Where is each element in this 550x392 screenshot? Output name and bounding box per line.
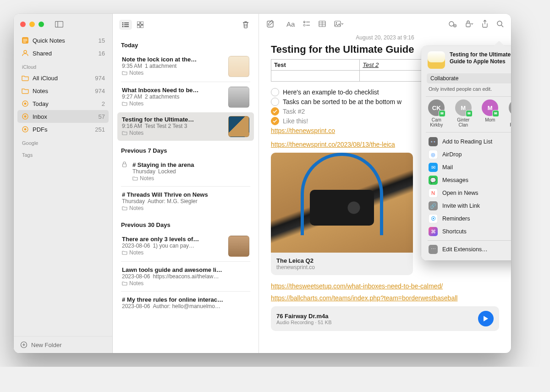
note-link[interactable]: https://thenewsprint.co/2023/08/13/the-l… — [271, 141, 395, 148]
share-popover: Testing for the Ultimate Guide to Apple … — [421, 46, 511, 260]
search-button[interactable] — [496, 20, 504, 28]
person-name: John Froese — [507, 117, 512, 127]
menu-item-label: Shortcuts — [442, 228, 467, 235]
share-menu-item[interactable]: ◎AirDrop — [426, 148, 511, 161]
note-link[interactable]: https://thesweetsetup.com/what-inboxes-n… — [271, 282, 443, 290]
list-group-prev30: Previous 30 Days — [113, 216, 258, 231]
editor-toolbar: Aa — [259, 14, 511, 32]
note-title: What Inboxes Need to be… — [122, 87, 224, 94]
share-menu-item[interactable]: 💬Messages — [426, 174, 511, 187]
avatar: CK✉ — [428, 99, 445, 116]
minimize-window-button[interactable] — [29, 22, 35, 27]
note-title: # Threads Will Thrive on News — [122, 191, 249, 198]
new-folder-button[interactable]: New Folder — [14, 336, 112, 353]
menu-item-label: Add to Reading List — [442, 138, 492, 145]
checkbox[interactable] — [271, 98, 279, 106]
sidebar-item-shared[interactable]: Shared 16 — [17, 47, 109, 60]
share-permission-row[interactable]: Only invited people can edit. › — [426, 85, 511, 96]
share-person[interactable]: M✉Ginter Clan — [454, 99, 473, 127]
sidebar-item-pdfs[interactable]: PDFs 251 — [17, 123, 109, 136]
share-menu-item[interactable]: 👓Add to Reading List — [426, 135, 511, 148]
audio-attachment[interactable]: 76 Fairway Dr.m4a Audio Recording · 51 K… — [271, 306, 499, 331]
share-mode-select[interactable]: Collaborate ⌄ — [427, 73, 511, 83]
menu-item-label: AirDrop — [442, 151, 462, 158]
svg-rect-31 — [306, 22, 310, 22]
share-person[interactable]: M✉Mom — [480, 99, 500, 127]
svg-rect-23 — [141, 22, 143, 24]
more-icon: ⋯ — [429, 245, 438, 254]
sidebar-item-today[interactable]: Today 2 — [17, 97, 109, 110]
messages-badge-icon: ✉ — [492, 110, 499, 117]
notes-list-body[interactable]: Today Note the lock icon at the… 9:35 AM… — [113, 34, 258, 353]
share-button[interactable] — [482, 20, 488, 28]
svg-rect-44 — [466, 23, 470, 27]
svg-rect-24 — [137, 25, 140, 28]
sidebar-item-label: Quick Notes — [33, 37, 95, 44]
checkbox[interactable] — [271, 88, 279, 96]
sidebar-item-count: 15 — [99, 37, 105, 44]
note-title: Lawn tools guide and awesome li… — [122, 266, 249, 273]
svg-point-16 — [122, 22, 124, 24]
note-link[interactable]: https://thenewsprint.co — [271, 127, 335, 134]
svg-rect-33 — [306, 25, 310, 25]
share-menu-item[interactable]: ✉Mail — [426, 161, 511, 174]
checkbox[interactable] — [271, 117, 279, 125]
checkbox[interactable] — [271, 107, 279, 116]
list-toolbar — [113, 14, 258, 34]
format-text-button[interactable]: Aa — [286, 20, 295, 28]
svg-rect-3 — [23, 39, 28, 39]
close-window-button[interactable] — [20, 22, 26, 27]
svg-point-40 — [449, 22, 454, 26]
svg-point-39 — [336, 22, 337, 24]
delete-note-button[interactable] — [239, 20, 252, 30]
app-icon: ✉ — [429, 163, 438, 172]
svg-point-45 — [497, 21, 502, 26]
preview-image — [271, 153, 413, 253]
share-person[interactable]: JF✉John Froese — [507, 99, 512, 127]
note-link[interactable]: https://ballcharts.com/teams/index.php?t… — [271, 294, 457, 302]
folder-icon — [122, 101, 127, 106]
note-item[interactable]: # Staying in the arena Thursday Locked N… — [117, 158, 254, 185]
share-menu-item[interactable]: 🔗Invite with Link — [426, 199, 511, 212]
share-menu-item[interactable]: ⦿Reminders — [426, 212, 511, 225]
compose-button[interactable] — [266, 20, 275, 28]
share-menu-item[interactable]: ⌘Shortcuts — [426, 225, 511, 238]
note-item-selected[interactable]: Testing for the Ultimate… 9:16 AM Test T… — [117, 112, 254, 141]
audio-title: 76 Fairway Dr.m4a — [276, 313, 473, 320]
zoom-window-button[interactable] — [38, 22, 44, 27]
sidebar-item-inbox[interactable]: Inbox 57 — [17, 110, 109, 123]
sidebar-item-count: 251 — [95, 126, 105, 133]
edit-extensions-button[interactable]: ⋯ Edit Extensions… — [426, 243, 511, 256]
link-preview-card[interactable]: The Leica Q2 thenewsprint.co — [271, 153, 413, 275]
svg-line-46 — [501, 25, 503, 27]
sidebar-list: Quick Notes 15 Shared 16 iCloud All iClo… — [14, 32, 112, 336]
play-button[interactable] — [478, 311, 494, 326]
grid-view-button[interactable] — [134, 20, 147, 30]
media-button[interactable] — [334, 21, 343, 27]
note-item[interactable]: There are only 3 levels of… 2023-08-06 1… — [117, 232, 254, 260]
avatar: M✉ — [482, 99, 498, 116]
note-item[interactable]: Note the lock icon at the… 9:35 AM 1 att… — [117, 52, 254, 81]
note-item[interactable]: # Threads Will Thrive on News Thursday A… — [117, 188, 254, 215]
table-button[interactable] — [319, 21, 326, 27]
svg-point-8 — [24, 103, 27, 105]
list-group-prev7: Previous 7 Days — [113, 142, 258, 157]
folder-icon — [122, 206, 127, 210]
quick-notes-icon — [21, 36, 29, 44]
note-item[interactable]: What Inboxes Need to be… 9:27 AM 2 attac… — [117, 83, 254, 111]
svg-point-10 — [24, 116, 27, 118]
checklist-button[interactable] — [303, 21, 310, 27]
toggle-sidebar-button[interactable] — [55, 21, 63, 28]
note-item[interactable]: # My three rules for online interac… 202… — [117, 293, 254, 313]
note-item[interactable]: Lawn tools guide and awesome li… 2023-08… — [117, 263, 254, 290]
sidebar-item-label: PDFs — [33, 126, 92, 133]
share-menu-item[interactable]: NOpen in News — [426, 187, 511, 199]
share-person[interactable]: CK✉Cam Kirkby — [427, 99, 446, 127]
link-note-button[interactable] — [449, 20, 457, 28]
lock-button[interactable] — [465, 20, 473, 28]
sidebar-item-notes[interactable]: Notes 974 — [17, 84, 109, 97]
sidebar-item-all-icloud[interactable]: All iCloud 974 — [17, 72, 109, 84]
list-view-button[interactable] — [119, 20, 132, 30]
sidebar-item-quick-notes[interactable]: Quick Notes 15 — [17, 34, 109, 47]
person-name: Mom — [485, 117, 495, 122]
